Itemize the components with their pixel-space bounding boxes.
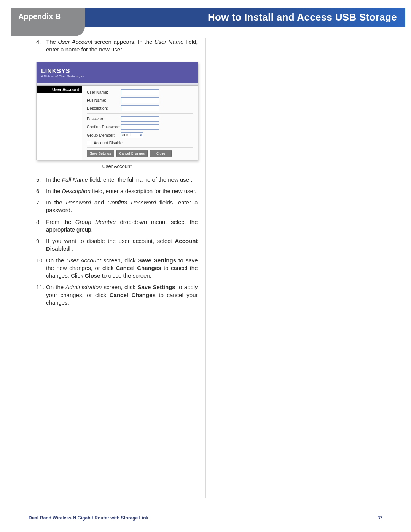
figure-buttons: Save Settings Cancel Changes Close <box>87 150 193 157</box>
close-button[interactable]: Close <box>150 150 172 157</box>
figure-tab: User Account <box>37 86 82 93</box>
step-9: 9. If you want to disable the user accou… <box>36 237 198 253</box>
separator <box>87 147 193 148</box>
cancel-changes-button[interactable]: Cancel Changes <box>116 150 148 157</box>
step-number: 4. <box>36 38 41 46</box>
separator <box>87 113 193 114</box>
text: On the <box>46 284 65 290</box>
step-number: 10. <box>36 257 44 264</box>
input-description[interactable] <box>121 105 159 111</box>
left-column: 4. The User Account screen appears. In t… <box>29 38 206 498</box>
appendix-tab: Appendix B <box>11 8 85 36</box>
step-number: 6. <box>36 187 41 195</box>
text: The <box>46 38 58 45</box>
bold-term: Cancel Changes <box>110 292 156 298</box>
steps-list: 4. The User Account screen appears. In t… <box>36 38 198 54</box>
italic-term: Group Member <box>75 219 116 225</box>
italic-term: User Account <box>66 257 101 264</box>
step-number: 7. <box>36 199 41 206</box>
save-settings-button[interactable]: Save Settings <box>87 150 114 157</box>
footer-product: Dual-Band Wireless-N Gigabit Router with… <box>29 515 148 521</box>
label-description: Description: <box>87 106 121 110</box>
text: field, enter a description for the new u… <box>92 188 196 194</box>
step-4: 4. The User Account screen appears. In t… <box>36 38 198 54</box>
select-group[interactable]: admin ▾ <box>121 132 143 138</box>
italic-term: Password <box>66 199 91 206</box>
bold-term: Cancel Changes <box>116 265 161 271</box>
text: screen appears. In the <box>94 38 155 45</box>
row-fullname: Full Name: <box>87 97 193 103</box>
checkbox-disabled[interactable] <box>87 141 91 145</box>
steps-list-cont: 5. In the Full Name field, enter the ful… <box>36 176 198 307</box>
label-confirm: Confirm Password: <box>87 125 121 129</box>
text: screen, click <box>104 257 138 264</box>
step-10: 10. On the User Account screen, click Sa… <box>36 257 198 280</box>
row-description: Description: <box>87 105 193 111</box>
text: to close the screen. <box>102 272 151 279</box>
label-disabled: Account Disabled <box>94 141 125 145</box>
chevron-down-icon: ▾ <box>140 133 142 137</box>
figure-body: User Account User Name: Full Name: Descr… <box>37 86 198 160</box>
page-title: How to Install and Access USB Storage <box>208 11 397 23</box>
step-number: 9. <box>36 237 41 245</box>
text: and <box>94 199 107 206</box>
label-fullname: Full Name: <box>87 98 121 102</box>
figure-caption: User Account <box>36 163 198 169</box>
user-account-figure: LINKSYS A Division of Cisco Systems, Inc… <box>36 62 198 160</box>
linksys-sublogo: A Division of Cisco Systems, Inc. <box>41 75 198 78</box>
label-username: User Name: <box>87 90 121 94</box>
input-password[interactable] <box>121 116 159 122</box>
italic-term: Full Name <box>62 176 88 183</box>
content-columns: 4. The User Account screen appears. In t… <box>29 38 382 498</box>
label-password: Password: <box>87 117 121 121</box>
text: In the <box>46 188 62 194</box>
row-username: User Name: <box>87 89 193 95</box>
step-5: 5. In the Full Name field, enter the ful… <box>36 176 198 184</box>
text: field, enter the full name of the new us… <box>89 176 192 183</box>
italic-term: Confirm Password <box>107 199 156 206</box>
row-disabled: Account Disabled <box>87 141 193 145</box>
bold-term: Save Settings <box>138 257 176 264</box>
page-footer: Dual-Band Wireless-N Gigabit Router with… <box>29 515 382 521</box>
step-6: 6. In the Description field, enter a des… <box>36 187 198 195</box>
bold-term: Close <box>85 272 100 279</box>
step-7: 7. In the Password and Confirm Password … <box>36 199 198 214</box>
select-value: admin <box>122 133 132 137</box>
label-group: Group Member: <box>87 133 121 137</box>
row-password: Password: <box>87 116 193 122</box>
text: In the <box>46 199 66 206</box>
text: . <box>72 245 73 252</box>
text: screen, click <box>104 284 138 290</box>
row-confirm: Confirm Password: <box>87 124 193 130</box>
text: From the <box>46 219 75 225</box>
text: In the <box>46 176 62 183</box>
italic-term: Administration <box>65 284 102 290</box>
figure-form: User Name: Full Name: Description: Passw… <box>82 86 198 160</box>
input-fullname[interactable] <box>121 97 159 103</box>
linksys-logo: LINKSYS <box>41 68 198 75</box>
right-column <box>206 38 383 498</box>
step-number: 11. <box>36 283 44 291</box>
text: If you want to disable the user account,… <box>46 238 175 244</box>
italic-term: Description <box>62 188 91 194</box>
italic-term: User Name <box>155 38 184 45</box>
italic-term: User Account <box>58 38 92 45</box>
row-group: Group Member: admin ▾ <box>87 132 193 138</box>
input-username[interactable] <box>121 89 159 95</box>
text: On the <box>46 257 66 264</box>
footer-page-number: 37 <box>378 515 382 521</box>
bold-term: Save Settings <box>137 284 175 290</box>
step-number: 5. <box>36 176 41 184</box>
input-confirm[interactable] <box>121 124 159 130</box>
step-11: 11. On the Administration screen, click … <box>36 283 198 307</box>
step-8: 8. From the Group Member drop-down menu,… <box>36 218 198 234</box>
step-number: 8. <box>36 218 41 226</box>
figure-side: User Account <box>37 86 82 160</box>
figure-banner: LINKSYS A Division of Cisco Systems, Inc… <box>37 62 198 83</box>
